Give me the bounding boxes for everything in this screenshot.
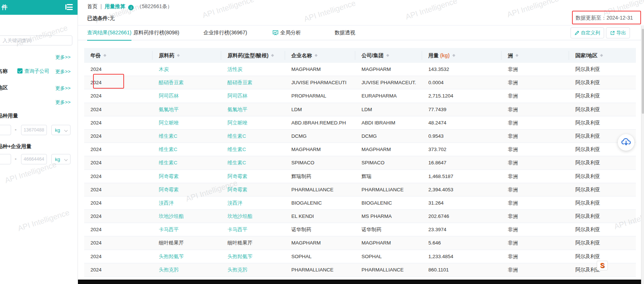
- cell-api[interactable]: 头孢克肟: [153, 263, 221, 276]
- sort-icon[interactable]: [103, 52, 107, 58]
- export-button[interactable]: 导出: [606, 27, 630, 38]
- cell-api-salt[interactable]: 头孢克肟: [221, 263, 285, 276]
- cell-api[interactable]: 阿立哌唑: [153, 116, 221, 129]
- cell-continent: 非洲: [501, 210, 569, 223]
- cell-api-salt[interactable]: 阿立哌唑: [221, 116, 285, 129]
- cell-continent: 非洲: [501, 263, 569, 276]
- more-link[interactable]: 更多>>: [55, 85, 71, 92]
- cell-api[interactable]: 维生素C: [153, 156, 221, 169]
- tab-query-results[interactable]: 查询结果(5822661): [87, 25, 131, 40]
- more-link[interactable]: 更多>>: [55, 68, 71, 75]
- subsidiary-checkbox[interactable]: [17, 68, 23, 73]
- tab-global-analysis[interactable]: 全局分析: [273, 25, 301, 40]
- sort-icon[interactable]: [600, 52, 603, 58]
- cell-api-salt[interactable]: 阿奇霉素: [221, 170, 285, 183]
- cell-company: PHARMALLIANCE: [285, 183, 355, 196]
- cell-api[interactable]: 阿奇霉素: [153, 170, 221, 183]
- cloud-download-button[interactable]: [618, 134, 634, 151]
- cell-api-salt[interactable]: 醋硝香豆素: [221, 76, 285, 89]
- record-count: （5822661条）: [137, 3, 172, 9]
- column-header[interactable]: 公司/集团: [355, 48, 422, 63]
- cell-usage: 1,468.5187: [422, 170, 501, 183]
- cell-api[interactable]: 维生素C: [153, 143, 221, 156]
- variety-company-usage-max-input[interactable]: [21, 154, 47, 164]
- customize-columns-button[interactable]: 自定义列: [571, 27, 604, 38]
- cell-api-salt[interactable]: 头孢羟氨苄: [221, 250, 285, 263]
- tab-company-ranking[interactable]: 企业排行榜(36967): [203, 25, 247, 40]
- filter-row: 地区更多>>: [0, 85, 78, 92]
- cell-api-salt[interactable]: 维生素C: [221, 143, 285, 156]
- cell-group: MS PHARMA: [355, 210, 422, 223]
- keyword-search-input[interactable]: [0, 35, 72, 45]
- column-header[interactable]: 原料药(盐型/酸根): [221, 48, 285, 63]
- variety-company-usage-unit-select[interactable]: kg: [51, 154, 71, 164]
- column-header[interactable]: 原料药: [153, 48, 221, 63]
- breadcrumb-home[interactable]: 首页: [87, 3, 97, 9]
- cell-api[interactable]: 阿司匹林: [153, 89, 221, 102]
- column-header[interactable]: 企业名称: [285, 48, 355, 63]
- cell-api[interactable]: 坎地沙坦酯: [153, 210, 221, 223]
- scrollbar-thumb[interactable]: [642, 29, 644, 114]
- column-header-label: 原料药: [159, 52, 174, 58]
- cell-api-salt[interactable]: 维生素C: [221, 156, 285, 169]
- chevron-down-icon: [64, 158, 68, 161]
- cell-api-salt: 细叶糙果芹: [221, 236, 285, 249]
- cell-country: 阿尔及利亚: [569, 223, 636, 236]
- cell-group: MAGPHARM: [355, 236, 422, 249]
- cell-api-salt[interactable]: 阿司匹林: [221, 89, 285, 102]
- sort-icon[interactable]: [386, 52, 390, 58]
- column-header[interactable]: 国家/地区: [569, 48, 636, 63]
- sort-icon[interactable]: [177, 52, 180, 58]
- sort-icon[interactable]: [515, 52, 519, 58]
- vertical-scrollbar[interactable]: [641, 26, 644, 284]
- filter-collapse-icon[interactable]: [65, 4, 73, 10]
- tab-api-ranking[interactable]: 原料药排行榜(8098): [133, 25, 179, 40]
- cell-continent: 非洲: [501, 250, 569, 263]
- sort-icon[interactable]: [314, 52, 318, 58]
- more-link[interactable]: 更多>>: [55, 99, 71, 106]
- cell-year: 2024: [84, 130, 153, 143]
- variety-usage-unit-select[interactable]: kg: [51, 125, 71, 135]
- table-row: 2024坎地沙坦酯坎地沙坦酯EL KENDIMS PHARMA202.6746非…: [84, 210, 636, 223]
- cell-year: 2024: [84, 263, 153, 276]
- cell-continent: 非洲: [501, 143, 569, 156]
- cell-usage: 0.9543: [422, 130, 501, 143]
- cell-api-salt[interactable]: 溴西泮: [221, 196, 285, 209]
- cell-api[interactable]: 醋硝香豆素: [153, 76, 221, 89]
- subsidiary-checkbox-label[interactable]: 查询子公司: [24, 68, 49, 75]
- table-row: 2024维生素C维生素CSPIMACOSPIMACO16.8647非洲阿尔及利亚: [84, 156, 636, 170]
- cell-country: 阿尔及利亚: [569, 63, 636, 76]
- cell-api-salt[interactable]: 坎地沙坦酯: [221, 210, 285, 223]
- cell-api[interactable]: 头孢羟氨苄: [153, 250, 221, 263]
- cell-api[interactable]: 卡马西平: [153, 223, 221, 236]
- cell-continent: 非洲: [501, 156, 569, 169]
- sogou-ime-icon[interactable]: S: [597, 261, 608, 270]
- cell-company: 辉瑞制药: [285, 170, 355, 183]
- cell-year: 2024: [84, 223, 153, 236]
- cell-api[interactable]: 阿奇霉素: [153, 183, 221, 196]
- cell-api-salt[interactable]: 阿奇霉素: [221, 183, 285, 196]
- cell-year: 2024: [84, 236, 153, 249]
- cell-api[interactable]: 维生素C: [153, 130, 221, 143]
- cell-api[interactable]: 木炭: [153, 63, 221, 76]
- tab-data-pivot[interactable]: 数据透视: [335, 25, 355, 40]
- info-icon[interactable]: i: [128, 5, 134, 10]
- column-header[interactable]: 年份: [84, 48, 153, 63]
- variety-company-usage-min-input[interactable]: [0, 154, 11, 164]
- table-row: 2024阿奇霉素阿奇霉素PHARMALLIANCEPHARMALLIANCE2,…: [84, 183, 636, 196]
- cell-api[interactable]: 氨氯地平: [153, 103, 221, 116]
- cell-api-salt[interactable]: 活性炭: [221, 63, 285, 76]
- sort-icon[interactable]: [271, 52, 274, 58]
- variety-usage-min-input[interactable]: [0, 125, 11, 135]
- cell-api-salt[interactable]: 卡马西平: [221, 223, 285, 236]
- sort-icon[interactable]: [452, 52, 456, 58]
- cell-api-salt[interactable]: 维生素C: [221, 130, 285, 143]
- cell-continent: 非洲: [501, 223, 569, 236]
- more-link[interactable]: 更多>>: [55, 54, 71, 61]
- cell-group: SOPHAL: [355, 250, 422, 263]
- cell-api[interactable]: 溴西泮: [153, 196, 221, 209]
- variety-usage-max-input[interactable]: [21, 125, 47, 135]
- column-header[interactable]: 用量 (kg): [422, 48, 501, 63]
- column-header[interactable]: 洲: [501, 48, 569, 63]
- cell-api-salt[interactable]: 氨氯地平: [221, 103, 285, 116]
